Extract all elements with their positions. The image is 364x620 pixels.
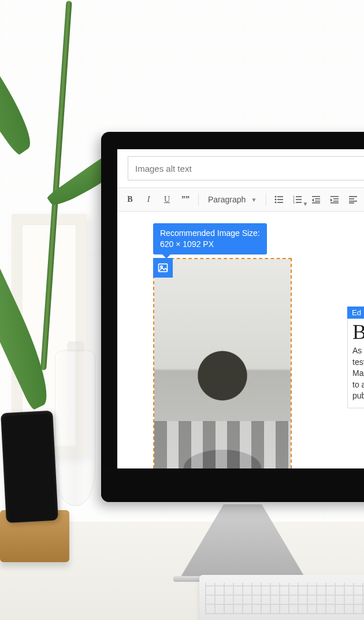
preview-line: test [352,357,364,368]
monitor: B I U ”” Paragraph ▼ 123 ▼ [101,132,364,502]
preview-line: pub [352,390,364,402]
svg-text:3: 3 [293,201,295,204]
tooltip-line1: Recommended Image Size: [160,228,260,239]
preview-line: As a [352,345,364,357]
blockquote-button[interactable]: ”” [177,191,194,208]
image-icon [157,262,169,274]
preview-body: As a test Ma to a pub [348,344,364,408]
tooltip-line2: 620 × 1092 PX [160,239,260,250]
bold-button[interactable]: B [122,191,138,208]
svg-rect-14 [315,201,320,202]
svg-point-4 [275,202,277,204]
svg-point-2 [275,199,277,201]
monitor-chin [101,468,364,502]
toolbar-separator [198,193,199,206]
chevron-down-icon: ▼ [302,201,308,207]
svg-rect-15 [312,202,320,204]
svg-rect-18 [333,198,339,200]
paragraph-format-select[interactable]: Paragraph ▼ [203,191,261,208]
svg-rect-12 [312,196,320,197]
svg-marker-21 [330,198,332,202]
numbered-list-icon: 123 [293,195,302,204]
unordered-list-button[interactable] [271,191,287,208]
content-preview-panel: Ed B As a test Ma to a pub [347,307,364,408]
svg-rect-13 [315,198,320,200]
keyboard [199,575,364,620]
svg-rect-24 [349,201,357,202]
outdent-button[interactable] [308,191,324,208]
indent-icon [330,195,339,204]
placeholder-photo [154,259,291,468]
editor-screen: B I U ”” Paragraph ▼ 123 ▼ [117,149,364,468]
ordered-list-button[interactable]: 123 ▼ [289,191,306,208]
editor-toolbar: B I U ”” Paragraph ▼ 123 ▼ [117,187,364,212]
svg-rect-7 [296,199,302,200]
preview-line: Ma [352,368,364,379]
svg-rect-20 [330,202,339,204]
italic-button[interactable]: I [140,191,157,208]
smartphone [1,411,58,523]
bullet-list-icon [274,195,284,204]
preview-line: to a [352,379,364,391]
toolbar-separator [266,193,266,206]
svg-rect-3 [277,199,283,200]
alt-text-input[interactable] [128,156,364,180]
svg-rect-25 [349,202,354,204]
svg-marker-16 [312,198,314,202]
alt-text-row [117,149,364,187]
svg-rect-8 [296,202,302,203]
image-placeholder-block[interactable] [153,258,292,468]
preview-badge: Ed [347,307,364,319]
svg-rect-17 [330,196,339,197]
outdent-icon [311,195,321,204]
svg-rect-5 [277,202,283,203]
paragraph-format-label: Paragraph [208,195,246,204]
svg-rect-6 [296,196,302,197]
chevron-down-icon: ▼ [251,197,257,203]
svg-rect-23 [349,198,354,200]
glass-vase [55,350,95,506]
align-left-button[interactable] [345,191,361,208]
svg-point-0 [275,196,277,198]
preview-heading: B [348,319,364,344]
svg-rect-22 [349,196,357,197]
editor-canvas[interactable]: Recommended Image Size: 620 × 1092 PX Ed [117,212,364,237]
svg-rect-19 [333,201,339,202]
image-icon-badge[interactable] [153,258,173,278]
svg-rect-1 [277,196,283,197]
image-size-tooltip: Recommended Image Size: 620 × 1092 PX [153,223,267,254]
align-left-icon [348,195,358,204]
underline-button[interactable]: U [159,191,175,208]
indent-button[interactable] [326,191,343,208]
